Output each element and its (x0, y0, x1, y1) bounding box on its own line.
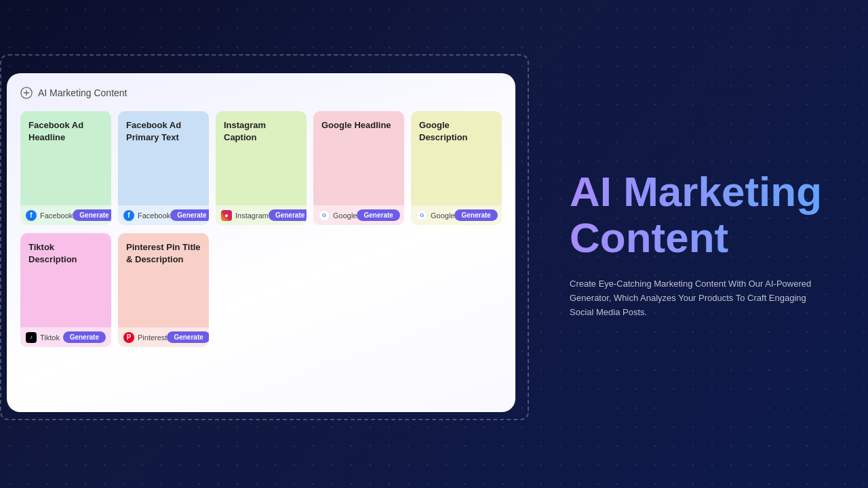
card-instagram-caption-label: Instagram Caption (216, 111, 307, 205)
panel-title: AI Marketing Content (38, 87, 127, 98)
generate-tiktok-description-button[interactable]: Generate (63, 331, 106, 343)
cards-row-1: Facebook Ad Headline f Facebook Generate… (20, 111, 502, 225)
right-panel: AI Marketing Content Create Eye-Catching… (536, 0, 868, 488)
facebook-icon: f (26, 210, 37, 221)
panel-header: AI Marketing Content (20, 87, 502, 99)
google-icon: G (319, 210, 330, 221)
generate-google-description-button[interactable]: Generate (454, 209, 497, 221)
card-google-headline: Google Headline G Google Generate (313, 111, 404, 225)
card-facebook-headline-platform: f Facebook (26, 210, 73, 221)
tiktok-icon: ♪ (26, 332, 37, 343)
card-google-headline-footer: G Google Generate (313, 205, 404, 225)
cards-row-2: Tiktok Description ♪ Tiktok Generate Pin… (20, 233, 502, 347)
card-facebook-primary-platform: f Facebook (123, 210, 170, 221)
card-facebook-headline: Facebook Ad Headline f Facebook Generate (20, 111, 111, 225)
right-title: AI Marketing Content (570, 169, 834, 261)
left-panel: AI Marketing Content Facebook Ad Headlin… (7, 73, 515, 412)
facebook-icon-2: f (123, 210, 134, 221)
card-google-headline-platform: G Google (319, 210, 357, 221)
generate-facebook-primary-button[interactable]: Generate (170, 209, 209, 221)
google-icon-2: G (416, 210, 427, 221)
card-pinterest-pin-platform: P Pinterest (123, 332, 167, 343)
card-pinterest-pin-footer: P Pinterest Generate (118, 327, 209, 347)
panel-icon (20, 87, 33, 99)
card-google-description: Google Description G Google Generate (411, 111, 502, 225)
card-tiktok-description-platform: ♪ Tiktok (26, 332, 60, 343)
card-instagram-caption: Instagram Caption ● Instagram Generate (216, 111, 307, 225)
card-tiktok-description-footer: ♪ Tiktok Generate (20, 327, 111, 347)
card-pinterest-pin: Pinterest Pin Title & Description P Pint… (118, 233, 209, 347)
card-tiktok-description: Tiktok Description ♪ Tiktok Generate (20, 233, 111, 347)
card-google-description-label: Google Description (411, 111, 502, 205)
card-facebook-primary-label: Facebook Ad Primary Text (118, 111, 209, 205)
card-google-description-platform: G Google (416, 210, 454, 221)
card-facebook-primary-footer: f Facebook Generate (118, 205, 209, 225)
card-tiktok-description-label: Tiktok Description (20, 233, 111, 327)
generate-google-headline-button[interactable]: Generate (357, 209, 399, 221)
card-google-description-footer: G Google Generate (411, 205, 502, 225)
card-pinterest-pin-label: Pinterest Pin Title & Description (118, 233, 209, 327)
card-facebook-primary: Facebook Ad Primary Text f Facebook Gene… (118, 111, 209, 225)
instagram-icon: ● (221, 210, 232, 221)
card-google-headline-label: Google Headline (313, 111, 404, 205)
pinterest-icon: P (123, 332, 134, 343)
card-instagram-caption-footer: ● Instagram Generate (216, 205, 307, 225)
generate-instagram-caption-button[interactable]: Generate (269, 209, 307, 221)
card-facebook-headline-footer: f Facebook Generate (20, 205, 111, 225)
card-facebook-headline-label: Facebook Ad Headline (20, 111, 111, 205)
right-description: Create Eye-Catching Marketing Content Wi… (570, 277, 827, 319)
generate-pinterest-pin-button[interactable]: Generate (167, 331, 209, 343)
card-instagram-caption-platform: ● Instagram (221, 210, 269, 221)
generate-facebook-headline-button[interactable]: Generate (73, 209, 111, 221)
